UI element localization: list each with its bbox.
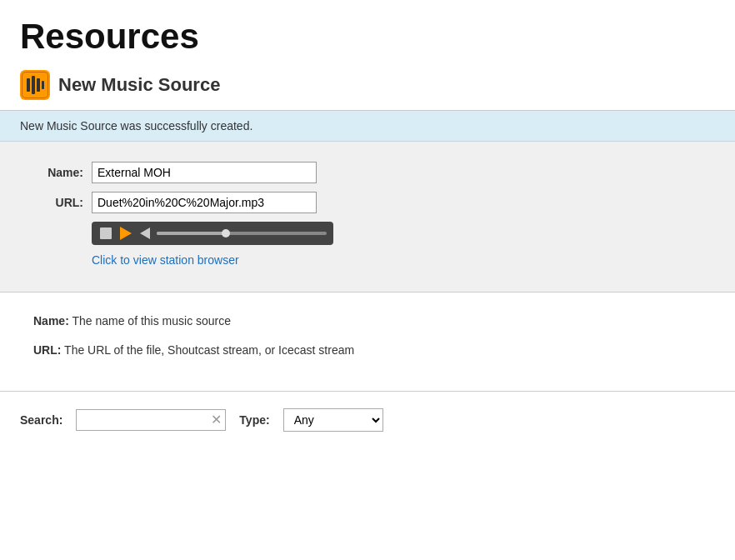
svg-rect-3 <box>27 78 30 92</box>
page-title: Resources <box>0 0 735 65</box>
svg-rect-6 <box>42 81 44 89</box>
play-button[interactable] <box>118 225 133 242</box>
svg-rect-5 <box>37 78 40 92</box>
name-input[interactable] <box>92 162 317 183</box>
url-input[interactable] <box>92 192 317 213</box>
stop-icon <box>100 228 112 239</box>
url-row: URL: <box>33 192 702 213</box>
success-banner: New Music Source was successfully create… <box>0 111 735 142</box>
name-row: Name: <box>33 162 702 183</box>
subtitle-text: New Music Source <box>58 74 220 96</box>
search-input[interactable] <box>76 409 226 431</box>
name-label: Name: <box>33 166 83 179</box>
url-help-label: URL: <box>33 343 61 357</box>
player-track[interactable] <box>157 232 327 235</box>
search-clear-icon[interactable]: ✕ <box>211 413 222 427</box>
search-input-wrapper: ✕ <box>76 409 226 431</box>
rewind-icon <box>140 228 150 239</box>
type-select[interactable]: Any File Stream <box>283 408 383 432</box>
name-help-label: Name: <box>33 314 69 328</box>
media-player <box>92 222 333 245</box>
form-section: Name: URL: Click to view station <box>0 142 735 292</box>
station-browser-link[interactable]: Click to view station browser <box>92 253 239 267</box>
play-icon <box>120 227 132 240</box>
name-help-row: Name: The name of this music source <box>33 312 702 330</box>
rewind-button[interactable] <box>138 226 152 241</box>
search-label: Search: <box>20 413 62 427</box>
player-knob <box>222 229 230 238</box>
stop-button[interactable] <box>98 226 113 241</box>
url-help-row: URL: The URL of the file, Shoutcast stre… <box>33 342 702 359</box>
search-section: Search: ✕ Type: Any File Stream <box>0 392 735 448</box>
url-label: URL: <box>33 196 83 209</box>
music-source-icon <box>20 70 50 100</box>
player-progress <box>157 232 225 235</box>
name-help-text: The name of this music source <box>69 314 231 328</box>
info-section: Name: The name of this music source URL:… <box>0 292 735 392</box>
svg-rect-4 <box>32 76 35 94</box>
url-help-text: The URL of the file, Shoutcast stream, o… <box>61 343 354 357</box>
type-label: Type: <box>239 413 269 427</box>
subtitle-row: New Music Source <box>0 65 735 110</box>
